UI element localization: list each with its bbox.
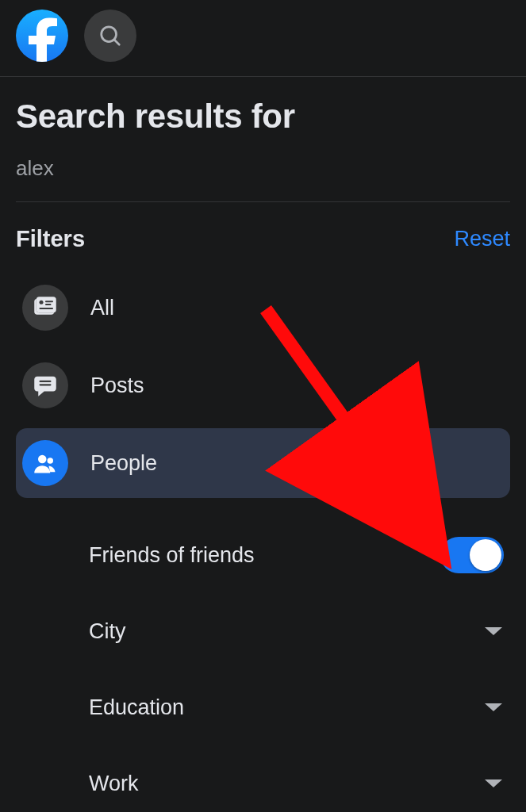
filter-label: Friends of friends [89, 543, 255, 568]
svg-rect-6 [45, 301, 53, 302]
chevron-down-icon [483, 701, 504, 714]
search-query: alex [16, 156, 510, 181]
filter-label: Work [89, 772, 139, 796]
chevron-down-icon [483, 625, 504, 638]
filter-city[interactable]: City [16, 593, 510, 669]
sub-filters: Friends of friends City Education Work [16, 517, 510, 812]
tab-all[interactable]: All [16, 273, 510, 343]
svg-point-11 [38, 455, 47, 464]
svg-line-1 [114, 40, 119, 44]
tab-label: All [90, 296, 114, 320]
top-bar [0, 0, 526, 77]
filter-tabs: All Posts People [16, 273, 510, 498]
page-title: Search results for [16, 98, 510, 136]
tab-label: Posts [90, 373, 144, 398]
svg-rect-7 [45, 304, 52, 305]
friends-of-friends-toggle[interactable] [440, 537, 504, 573]
search-button[interactable] [84, 10, 136, 62]
chevron-down-icon [483, 777, 504, 790]
filters-header: Filters Reset [16, 226, 510, 252]
tab-label: People [90, 451, 157, 476]
comment-icon [22, 362, 68, 408]
svg-rect-8 [40, 308, 54, 309]
tab-people[interactable]: People [16, 428, 510, 498]
filters-label: Filters [16, 226, 85, 252]
people-icon [22, 440, 68, 486]
content: Search results for alex Filters Reset Al… [0, 77, 526, 812]
reset-button[interactable]: Reset [454, 227, 510, 251]
filter-label: Education [89, 695, 184, 720]
svg-point-12 [48, 458, 54, 464]
facebook-logo[interactable] [16, 10, 68, 62]
filter-education[interactable]: Education [16, 669, 510, 745]
tab-posts[interactable]: Posts [16, 350, 510, 420]
search-icon [98, 24, 122, 48]
filter-friends-of-friends[interactable]: Friends of friends [16, 517, 510, 593]
toggle-knob [470, 539, 501, 571]
filter-label: City [89, 619, 126, 644]
feed-icon [22, 285, 68, 331]
filter-work[interactable]: Work [16, 745, 510, 812]
svg-point-5 [40, 301, 44, 304]
divider [16, 201, 510, 202]
facebook-f-icon [25, 17, 59, 62]
svg-rect-9 [40, 381, 52, 382]
svg-rect-10 [40, 384, 52, 385]
